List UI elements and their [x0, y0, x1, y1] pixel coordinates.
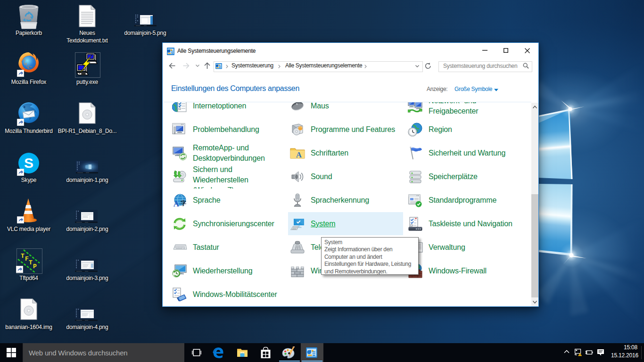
svg-text:A: A: [173, 199, 180, 208]
svg-text:S: S: [24, 155, 33, 171]
svg-text:A: A: [296, 150, 302, 159]
svg-text:P: P: [33, 263, 37, 270]
svg-text:F: F: [25, 255, 29, 263]
svg-text:T: T: [21, 253, 25, 260]
svg-text:T: T: [29, 259, 33, 266]
svg-text:字: 字: [181, 200, 186, 206]
